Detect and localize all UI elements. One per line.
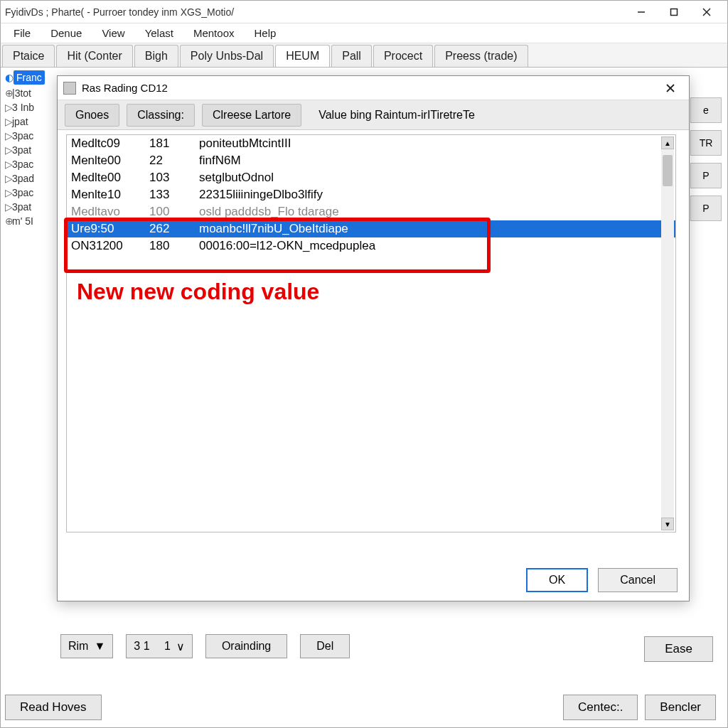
list-row[interactable]: Medltc09181poniteutbMtcintIII <box>67 135 675 152</box>
scroll-thumb[interactable] <box>663 155 673 186</box>
bottom-controls: Rim▼ 3 1 1∨ Orainding Del <box>60 629 350 663</box>
centec-button[interactable]: Centec:. <box>563 695 638 720</box>
maximize-button[interactable] <box>658 1 690 23</box>
menu-view[interactable]: View <box>92 24 134 42</box>
tab-hit[interactable]: Hit (Conter <box>56 45 132 67</box>
list-row[interactable]: ON3120018000016:00=l12-OKN_mcedpuplea <box>67 237 675 255</box>
tabbar: Ptaice Hit (Conter Bigh Poly Unbs-Dal HE… <box>1 43 727 68</box>
right-btn-p2[interactable]: P <box>690 196 722 221</box>
menu-denue[interactable]: Denue <box>41 24 92 42</box>
tab-preess[interactable]: Preess (trade) <box>434 45 528 67</box>
tab-procect[interactable]: Procect <box>373 45 433 67</box>
list-row[interactable]: Medltavo100osld padddsb_Flo tdarage <box>67 203 675 220</box>
tab-pall[interactable]: Pall <box>331 45 372 67</box>
dialog-title: Ras Rading CD12 <box>82 82 658 94</box>
list-row-selected[interactable]: Ure9:50262moanbc!ll7nibU_ObeItdiape <box>67 220 675 237</box>
list-row[interactable]: Menlte1013322315liiiningeDlbo3lfify <box>67 186 675 203</box>
tab-poly[interactable]: Poly Unbs-Dal <box>180 45 274 67</box>
menu-help[interactable]: Help <box>244 24 286 42</box>
svg-rect-1 <box>671 9 678 15</box>
close-button[interactable] <box>690 1 723 23</box>
menu-mentoox[interactable]: Mentoox <box>183 24 245 42</box>
dialog-tab-classing[interactable]: Classing: <box>127 104 195 127</box>
dialog-titlebar: Ras Rading CD12 <box>58 76 689 100</box>
read-hoves-button[interactable]: Read Hoves <box>5 695 102 720</box>
titlebar: FyidivDs ; Pharte( - Purroer tondey inm … <box>1 1 727 23</box>
window-title: FyidivDs ; Pharte( - Purroer tondey inm … <box>5 6 625 18</box>
bencler-button[interactable]: Bencler <box>645 695 716 720</box>
ok-button[interactable]: OK <box>526 568 588 592</box>
menu-yelast[interactable]: Yelast <box>135 24 183 42</box>
tab-bigh[interactable]: Bigh <box>134 45 178 67</box>
orainding-button[interactable]: Orainding <box>205 634 287 658</box>
list-row[interactable]: Menlte0022finfN6M <box>67 152 675 169</box>
dialog-tabs: Gnoes Classing: Clreese Lartore Value bi… <box>58 100 689 130</box>
list-row[interactable]: Medlte00103setglbutOdnol <box>67 169 675 186</box>
right-btn-p1[interactable]: P <box>690 163 722 188</box>
dialog-icon <box>63 82 76 95</box>
tab-heum[interactable]: HEUM <box>275 45 330 67</box>
dialog-tab-value[interactable]: Value bing Raintum-irITiretreTe <box>309 105 682 126</box>
ease-button[interactable]: Ease <box>644 636 713 662</box>
menubar: File Denue View Yelast Mentoox Help <box>1 23 727 43</box>
scroll-down-icon[interactable]: ▼ <box>661 518 674 530</box>
ras-rading-dialog: Ras Rading CD12 Gnoes Classing: Clreese … <box>57 75 690 601</box>
list-pane: Medltc09181poniteutbMtcintIII Menlte0022… <box>66 134 676 532</box>
tab-ptaice[interactable]: Ptaice <box>2 45 55 67</box>
value-dropdown[interactable]: 3 1 1∨ <box>126 634 193 658</box>
right-btn-e[interactable]: e <box>690 97 722 123</box>
dialog-tab-gnoes[interactable]: Gnoes <box>65 104 119 127</box>
annotation-text: New new coding value <box>77 279 319 305</box>
dialog-buttons: OK Cancel <box>526 568 678 592</box>
del-button[interactable]: Del <box>300 634 350 658</box>
dialog-tab-clreese[interactable]: Clreese Lartore <box>202 104 301 127</box>
rim-dropdown[interactable]: Rim▼ <box>60 634 113 658</box>
menu-file[interactable]: File <box>4 24 41 42</box>
cancel-button[interactable]: Cancel <box>598 568 678 592</box>
right-button-column: e TR P P <box>690 97 722 228</box>
dialog-close-button[interactable] <box>658 78 683 98</box>
minimize-button[interactable] <box>625 1 658 23</box>
vertical-scrollbar[interactable]: ▲ ▼ <box>661 136 674 530</box>
right-btn-tr[interactable]: TR <box>690 130 722 156</box>
scroll-up-icon[interactable]: ▲ <box>661 136 674 149</box>
footer-bar: Read Hoves Centec:. Bencler <box>5 692 723 723</box>
